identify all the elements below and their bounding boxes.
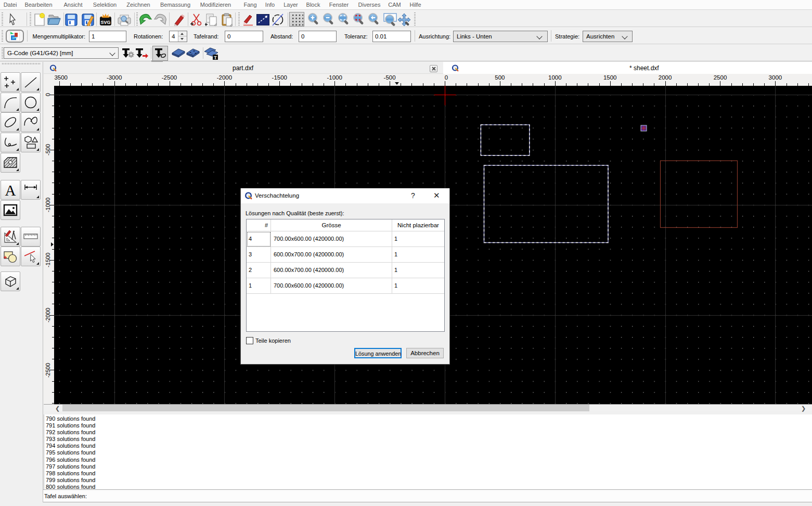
svg-text:SVG: SVG bbox=[100, 20, 110, 25]
svg-text:T: T bbox=[214, 55, 217, 60]
svg-text:A: A bbox=[5, 183, 16, 197]
